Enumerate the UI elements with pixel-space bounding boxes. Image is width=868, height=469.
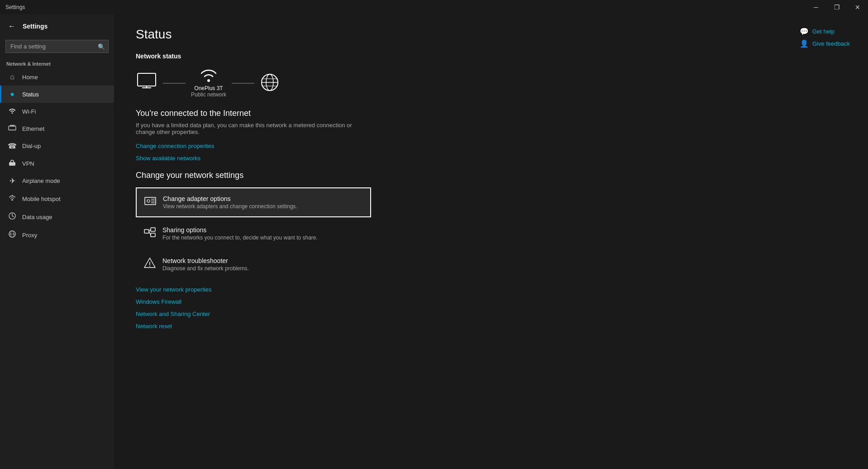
connection-status-title: You're connected to the Internet [136, 109, 846, 118]
adapter-options-title: Change adapter options [163, 195, 297, 202]
give-feedback-button[interactable]: 👤 Give feedback [800, 39, 850, 48]
sidebar-item-airplane[interactable]: ✈ Airplane mode [0, 172, 114, 190]
sidebar: ← Settings 🔍 Network & Internet ⌂ Home ●… [0, 14, 114, 469]
adapter-options-card[interactable]: Change adapter options View network adap… [136, 187, 371, 217]
net-line-1 [163, 83, 186, 84]
title-bar-title: Settings [5, 4, 25, 10]
svg-rect-9 [138, 73, 156, 86]
sidebar-item-hotspot[interactable]: Mobile hotspot [0, 190, 114, 208]
svg-point-12 [207, 79, 210, 82]
sidebar-item-home[interactable]: ⌂ Home [0, 68, 114, 86]
svg-point-17 [147, 200, 150, 202]
help-panel: 💬 Get help 👤 Give feedback [800, 27, 850, 48]
svg-point-4 [11, 199, 13, 201]
ethernet-icon [8, 124, 17, 133]
troubleshooter-icon [143, 257, 156, 272]
sidebar-item-dialup[interactable]: ☎ Dial-up [0, 137, 114, 155]
title-bar-controls: ─ ❐ ✕ [806, 0, 868, 14]
search-input[interactable] [5, 40, 109, 53]
sidebar-item-dialup-label: Dial-up [22, 143, 41, 149]
close-button[interactable]: ✕ [847, 0, 868, 14]
proxy-icon [8, 230, 17, 239]
give-feedback-icon: 👤 [800, 39, 809, 48]
app-body: ← Settings 🔍 Network & Internet ⌂ Home ●… [0, 14, 868, 469]
hotspot-icon [8, 194, 17, 203]
nav-section-label: Network & Internet [0, 57, 114, 68]
get-help-button[interactable]: 💬 Get help [800, 27, 850, 36]
status-icon: ● [8, 90, 17, 98]
adapter-type: Public network [191, 91, 226, 98]
troubleshooter-card[interactable]: Network troubleshooter Diagnose and fix … [136, 250, 371, 279]
windows-firewall-link[interactable]: Windows Firewall [136, 298, 846, 305]
network-properties-link[interactable]: View your network properties [136, 286, 846, 293]
title-bar: Settings ─ ❐ ✕ [0, 0, 868, 14]
show-networks-link[interactable]: Show available networks [136, 155, 846, 162]
connection-status-desc: If you have a limited data plan, you can… [136, 122, 362, 135]
adapter-options-desc: View network adapters and change connect… [163, 203, 297, 210]
give-feedback-label: Give feedback [812, 40, 850, 47]
wifi-icon [8, 107, 17, 115]
sidebar-title: Settings [23, 23, 48, 30]
sidebar-item-datausage-label: Data usage [22, 214, 52, 220]
svg-rect-21 [144, 230, 149, 233]
get-help-icon: 💬 [800, 27, 809, 36]
sharing-options-desc: For the networks you connect to, decide … [162, 234, 318, 241]
sharing-options-title: Sharing options [162, 226, 318, 234]
network-reset-link[interactable]: Network reset [136, 323, 846, 330]
search-icon: 🔍 [98, 43, 105, 50]
wifi-node: OnePlus 3T Public network [191, 69, 226, 98]
change-connection-link[interactable]: Change connection properties [136, 143, 846, 149]
sidebar-item-datausage[interactable]: Data usage [0, 208, 114, 226]
wifi-node-icon [199, 69, 218, 85]
title-bar-left: Settings [5, 4, 25, 10]
page-title: Status [136, 27, 846, 42]
sidebar-item-hotspot-label: Mobile hotspot [22, 196, 61, 202]
network-status-title: Network status [136, 53, 846, 60]
home-icon: ⌂ [8, 73, 17, 81]
network-diagram: OnePlus 3T Public network [136, 69, 846, 98]
troubleshooter-desc: Diagnose and fix network problems. [162, 265, 249, 272]
svg-rect-3 [14, 125, 15, 127]
sidebar-item-wifi-label: Wi-Fi [22, 108, 36, 115]
sidebar-item-proxy-label: Proxy [22, 232, 37, 239]
net-line-2 [232, 83, 254, 84]
back-button[interactable]: ← [5, 20, 18, 33]
datausage-icon [8, 212, 17, 221]
sidebar-item-status[interactable]: ● Status [0, 86, 114, 103]
svg-point-27 [149, 266, 150, 267]
main-content: 💬 Get help 👤 Give feedback Status Networ… [114, 14, 868, 469]
adapter-options-icon [144, 195, 157, 210]
airplane-icon: ✈ [8, 177, 17, 185]
computer-icon [136, 72, 157, 95]
troubleshooter-title: Network troubleshooter [162, 257, 249, 264]
sidebar-item-airplane-label: Airplane mode [22, 177, 60, 184]
svg-line-25 [149, 231, 151, 235]
vpn-icon [8, 159, 17, 168]
sharing-options-text: Sharing options For the networks you con… [162, 226, 318, 241]
sidebar-item-proxy[interactable]: Proxy [0, 226, 114, 244]
sidebar-item-status-label: Status [22, 91, 39, 98]
sidebar-item-vpn[interactable]: VPN [0, 155, 114, 172]
globe-icon [260, 72, 280, 94]
minimize-button[interactable]: ─ [806, 0, 826, 14]
troubleshooter-text: Network troubleshooter Diagnose and fix … [162, 257, 249, 272]
sidebar-item-ethernet-label: Ethernet [22, 125, 44, 132]
sharing-options-card[interactable]: Sharing options For the networks you con… [136, 219, 371, 248]
change-settings-title: Change your network settings [136, 171, 846, 180]
svg-rect-23 [151, 233, 155, 237]
search-box: 🔍 [5, 40, 109, 53]
restore-button[interactable]: ❐ [826, 0, 847, 14]
sidebar-item-home-label: Home [22, 74, 38, 81]
adapter-name: OnePlus 3T [194, 85, 223, 91]
svg-rect-1 [10, 125, 12, 127]
dialup-icon: ☎ [8, 142, 17, 150]
sharing-options-icon [143, 226, 156, 241]
svg-rect-0 [9, 126, 16, 130]
network-sharing-center-link[interactable]: Network and Sharing Center [136, 311, 846, 317]
sidebar-header: ← Settings [0, 16, 114, 36]
sidebar-item-ethernet[interactable]: Ethernet [0, 120, 114, 137]
get-help-label: Get help [812, 28, 835, 35]
sidebar-item-wifi[interactable]: Wi-Fi [0, 103, 114, 120]
sidebar-item-vpn-label: VPN [22, 160, 34, 167]
svg-rect-2 [12, 125, 13, 127]
